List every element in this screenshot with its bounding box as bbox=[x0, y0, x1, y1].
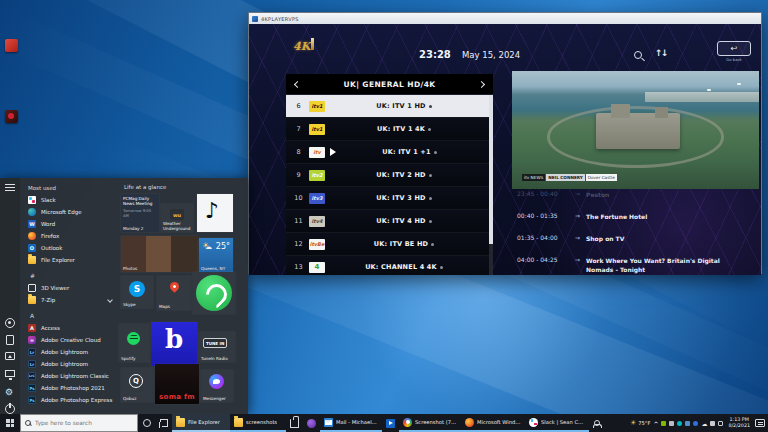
cortana-button[interactable] bbox=[138, 414, 155, 432]
window-title: 4KPLAYERVPS bbox=[261, 16, 299, 22]
taskbar-mail[interactable]: Mail - Michael Mu... bbox=[320, 414, 382, 432]
app-item-photoshop-express[interactable]: Adobe Photoshop Express bbox=[20, 394, 118, 406]
channel-row-selected[interactable]: 6 itv1 UK: ITV 1 HD bbox=[286, 95, 489, 118]
tile-bandcamp[interactable]: b bbox=[151, 322, 197, 366]
tile-weather[interactable]: ☀ 25° Queens, NY bbox=[199, 238, 233, 272]
app-item-7zip[interactable]: 7-Zip bbox=[20, 294, 118, 306]
tile-spotify[interactable]: Spotify bbox=[119, 324, 149, 362]
app-item-slack[interactable]: Slack bbox=[20, 194, 118, 206]
start-button[interactable] bbox=[0, 414, 20, 432]
hamburger-menu-icon[interactable] bbox=[5, 184, 15, 191]
task-view-button[interactable] bbox=[155, 414, 172, 432]
documents-icon[interactable] bbox=[6, 335, 14, 345]
chevron-down-icon[interactable] bbox=[107, 297, 113, 303]
tile-messenger[interactable]: Messenger bbox=[201, 370, 233, 402]
app-item-outlook[interactable]: Outlook bbox=[20, 242, 118, 254]
search-input[interactable] bbox=[35, 420, 133, 426]
epg-row[interactable]: 01:35 - 04:00 Shop on TV bbox=[517, 234, 757, 243]
channel-name: UK: CHANNEL 4 4K bbox=[365, 263, 437, 271]
tray-icon-defender[interactable] bbox=[685, 421, 690, 426]
video-preview[interactable]: itv NEWS NEIL CONNERY Dover Castle bbox=[512, 71, 759, 189]
desktop-shortcut-icon[interactable] bbox=[5, 110, 18, 123]
channel-row[interactable]: 13 4 UK: CHANNEL 4 4K bbox=[286, 256, 489, 275]
devices-icon[interactable] bbox=[5, 370, 15, 377]
windows-logo-icon bbox=[6, 419, 14, 427]
taskbar-firefox[interactable]: Microsoft Window... bbox=[461, 414, 525, 432]
messenger-icon bbox=[209, 374, 224, 389]
chevron-left-icon[interactable] bbox=[294, 80, 301, 87]
skype-icon: S bbox=[129, 281, 145, 297]
window-titlebar[interactable]: 4KPLAYERVPS bbox=[249, 13, 761, 24]
tile-maps[interactable]: Maps bbox=[157, 276, 191, 310]
user-avatar[interactable] bbox=[5, 318, 15, 328]
tray-icon-battery[interactable] bbox=[710, 421, 715, 426]
tile-whatsapp[interactable] bbox=[193, 272, 235, 314]
tile-skype[interactable]: S Skype bbox=[121, 276, 153, 308]
whatsapp-icon bbox=[196, 275, 232, 311]
taskbar-store[interactable] bbox=[286, 414, 303, 432]
pictures-icon[interactable] bbox=[5, 352, 15, 360]
tile-weather-underground[interactable]: wu Weather Underground bbox=[161, 204, 193, 232]
action-center-icon[interactable] bbox=[755, 419, 765, 427]
taskbar-people[interactable] bbox=[589, 414, 606, 432]
taskbar-screenshot-photo[interactable]: Screenshot (75)... bbox=[399, 414, 461, 432]
app-item-edge[interactable]: Microsoft Edge bbox=[20, 206, 118, 218]
channel-scrollbar[interactable] bbox=[489, 95, 493, 275]
taskbar-search[interactable] bbox=[20, 414, 138, 432]
taskbar-purple-app[interactable] bbox=[303, 414, 320, 432]
tray-icon-grey[interactable] bbox=[669, 421, 674, 426]
channel-row[interactable]: 8 itv UK: ITV 1 +1 bbox=[286, 141, 489, 164]
tray-weather[interactable]: 75°F bbox=[630, 420, 650, 427]
settings-gear-icon[interactable] bbox=[5, 387, 15, 397]
channel-row[interactable]: 10 itv3 UK: ITV 3 HD bbox=[286, 187, 489, 210]
app-item-firefox[interactable]: Firefox bbox=[20, 230, 118, 242]
app-item-creative-cloud[interactable]: Adobe Creative Cloud bbox=[20, 334, 118, 346]
tray-icon-monitor[interactable] bbox=[718, 421, 723, 426]
caption-channel: itv NEWS bbox=[522, 174, 545, 181]
taskbar-clock[interactable]: 1:13 PM 8/2/2021 bbox=[726, 417, 752, 429]
channel-number: 8 bbox=[292, 148, 305, 156]
channel-row[interactable]: 12 itvBe UK: ITV BE HD bbox=[286, 233, 489, 256]
taskbar-slack[interactable]: Slack | Sean Carrol... bbox=[525, 414, 589, 432]
search-icon[interactable] bbox=[634, 51, 642, 59]
taskbar-movies[interactable] bbox=[382, 414, 399, 432]
app-item-lightroom-classic[interactable]: Adobe Lightroom Classic bbox=[20, 370, 118, 382]
channel-row[interactable]: 7 itv1 UK: ITV 1 4K bbox=[286, 118, 489, 141]
scrollbar-thumb[interactable] bbox=[489, 95, 493, 244]
power-icon[interactable] bbox=[5, 404, 15, 414]
taskbar-screenshots-folder[interactable]: screenshots bbox=[230, 414, 286, 432]
desktop-shortcut-icon[interactable] bbox=[5, 39, 18, 52]
taskbar-file-explorer[interactable]: File Explorer bbox=[172, 414, 230, 432]
tiles-header: Life at a glance bbox=[124, 184, 166, 190]
channel-row[interactable]: 9 itv2 UK: ITV 2 HD bbox=[286, 164, 489, 187]
hidden-icons-caret[interactable]: ^ bbox=[653, 420, 658, 427]
chevron-right-icon[interactable] bbox=[478, 80, 485, 87]
harbor-strip bbox=[645, 92, 759, 101]
app-item-word[interactable]: Word bbox=[20, 218, 118, 230]
channel-row[interactable]: 11 itv4 UK: ITV 4 HD bbox=[286, 210, 489, 233]
onedrive-cloud-icon[interactable] bbox=[701, 421, 707, 426]
go-back-button[interactable] bbox=[717, 41, 751, 56]
sort-icon[interactable] bbox=[655, 48, 667, 58]
epg-row[interactable]: 23:45 - 00:40 Peston bbox=[517, 190, 757, 199]
tile-somafm[interactable]: soma fm bbox=[155, 364, 199, 404]
tile-groove-music[interactable] bbox=[197, 194, 233, 232]
tray-icon-green[interactable] bbox=[661, 421, 666, 426]
tray-icon-teal[interactable] bbox=[677, 421, 682, 426]
app-item-lightroom-2[interactable]: Adobe Lightroom bbox=[20, 358, 118, 370]
tile-qobuz[interactable]: Q Qobuz bbox=[121, 368, 153, 402]
boat bbox=[737, 83, 741, 85]
epg-row[interactable]: 04:00 - 04:25 Work Where You Want? Brita… bbox=[517, 256, 757, 274]
tray-icon-blue[interactable] bbox=[693, 421, 698, 426]
app-item-access[interactable]: Access bbox=[20, 322, 118, 334]
caption-name: NEIL CONNERY bbox=[546, 174, 585, 181]
tile-tunein[interactable]: TUNE IN TuneIn Radio bbox=[199, 332, 235, 362]
tile-calendar[interactable]: PCMag Daily News Meeting Tomorrow 9:00 A… bbox=[121, 194, 159, 232]
app-item-photoshop-2021[interactable]: Adobe Photoshop 2021 bbox=[20, 382, 118, 394]
epg-row[interactable]: 00:40 - 01:35 The Fortune Hotel bbox=[517, 212, 757, 221]
app-item-lightroom[interactable]: Adobe Lightroom bbox=[20, 346, 118, 358]
app-item-3d-viewer[interactable]: 3D Viewer bbox=[20, 282, 118, 294]
partly-cloudy-icon: ☀ bbox=[202, 241, 209, 250]
tile-photos[interactable]: Photos bbox=[121, 236, 197, 272]
app-item-file-explorer[interactable]: File Explorer bbox=[20, 254, 118, 266]
